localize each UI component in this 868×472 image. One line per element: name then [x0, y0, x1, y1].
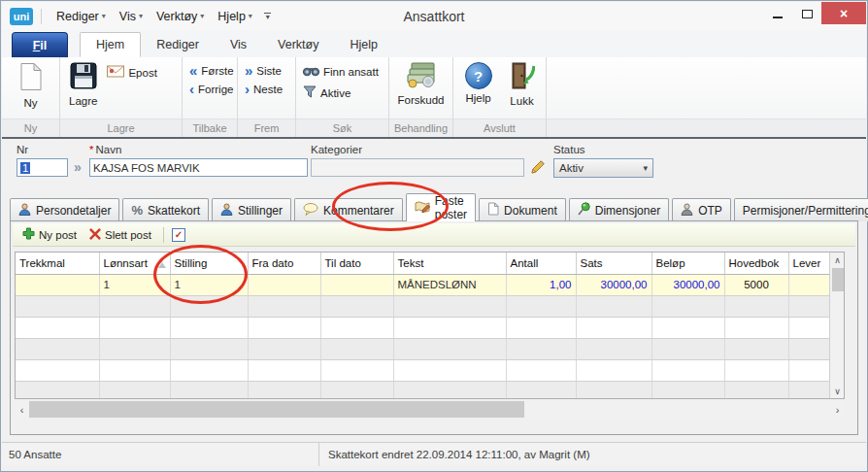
column-header-til-dato[interactable]: Til dato	[320, 253, 393, 274]
grid-header-row: Trekkmal Lønnsart Stilling Fra dato Til …	[16, 253, 829, 274]
table-row-empty[interactable]	[16, 338, 829, 359]
ny-post-button[interactable]: Ny post	[18, 225, 81, 244]
group-label-sok: Søk	[296, 118, 388, 137]
tab-kommentarer[interactable]: Kommentarer	[294, 198, 403, 221]
group-label-frem: Frem	[238, 118, 295, 137]
column-header-tekst[interactable]: Tekst	[393, 253, 506, 274]
tab-otp[interactable]: OTP	[672, 198, 731, 221]
column-header-hovedbok[interactable]: Hovedbok	[724, 253, 788, 274]
ribbon-group-ny: Ny Ny	[2, 57, 60, 137]
window-controls: ×	[763, 2, 866, 27]
forrige-button[interactable]: ‹Forrige	[186, 83, 237, 96]
column-header-stilling[interactable]: Stilling	[170, 253, 248, 274]
tab-hjem[interactable]: Hjem	[80, 32, 141, 57]
neste-button[interactable]: ›Neste	[242, 83, 285, 96]
table-row-empty[interactable]	[16, 295, 829, 317]
epost-button[interactable]: Epost	[104, 64, 159, 81]
tab-faste-poster[interactable]: Faste poster	[406, 193, 476, 221]
last-record-icon: »	[245, 65, 252, 77]
tab-hjelp[interactable]: Hjelp	[334, 32, 393, 57]
save-icon	[70, 62, 97, 92]
tab-dimensjoner[interactable]: Dimensjoner	[569, 198, 669, 221]
validate-checkbox-button[interactable]: ✓	[172, 228, 185, 242]
nr-input[interactable]: 1	[17, 158, 68, 177]
ribbon-group-lagre: Lagre Epost Lagre	[60, 57, 183, 137]
group-label-lagre: Lagre	[60, 118, 182, 137]
siste-button[interactable]: »Siste	[242, 64, 285, 78]
tab-dokument[interactable]: Dokument	[479, 198, 566, 221]
column-header-sats[interactable]: Sats	[576, 253, 651, 274]
expand-nr-icon[interactable]: »	[74, 159, 82, 175]
forskudd-button[interactable]: Forskudd	[393, 60, 450, 118]
statusbar-employee-count: 50 Ansatte	[2, 443, 319, 466]
vertical-scrollbar[interactable]: ∧ ∨	[829, 253, 845, 398]
edit-kategorier-button[interactable]	[530, 158, 547, 178]
ribbon-group-frem: »Siste ›Neste Frem	[238, 57, 296, 137]
table-row-selected[interactable]: 1 1 MÅNEDSLØNN 1,00 30000,00 30000,00 50…	[16, 274, 829, 295]
menu-verktoy[interactable]: Verktøy▾	[150, 6, 211, 27]
aktive-button[interactable]: Aktive	[300, 84, 382, 101]
navn-input[interactable]: KAJSA FOS MARVIK	[89, 158, 308, 177]
chevron-down-icon: ▾	[102, 12, 106, 20]
maximize-button[interactable]	[792, 2, 821, 25]
grid-toolbar: Ny post Slett post ✓	[13, 223, 855, 247]
faste-poster-panel: Ny post Slett post ✓	[10, 220, 858, 435]
horizontal-scrollbar[interactable]: ‹ ›	[15, 401, 845, 418]
table-row-empty[interactable]	[16, 359, 829, 381]
scroll-up-icon[interactable]: ∧	[830, 253, 845, 267]
group-label-ny: Ny	[2, 118, 59, 137]
vertical-scroll-thumb[interactable]	[832, 268, 844, 291]
faste-poster-grid: Trekkmal Lønnsart Stilling Fra dato Til …	[15, 252, 845, 399]
tab-vis[interactable]: Vis	[215, 32, 262, 57]
lagre-button[interactable]: Lagre	[64, 60, 102, 118]
first-record-icon: «	[189, 65, 197, 77]
lukk-button[interactable]: Lukk	[505, 60, 540, 118]
close-icon: ×	[840, 6, 848, 21]
kategorier-input[interactable]	[311, 158, 524, 177]
column-header-antall[interactable]: Antall	[506, 253, 576, 274]
toolbar-separator	[163, 227, 164, 243]
tab-rediger[interactable]: Rediger	[141, 32, 215, 57]
column-header-trekkmal[interactable]: Trekkmal	[16, 253, 99, 274]
status-select[interactable]: Aktiv ▾	[553, 158, 653, 178]
ribbon-filler	[547, 57, 866, 137]
horizontal-scroll-thumb[interactable]	[29, 401, 524, 418]
group-label-avslutt: Avslutt	[453, 118, 546, 137]
tab-skattekort[interactable]: % Skattekort	[122, 198, 209, 221]
scroll-down-icon[interactable]: ∨	[830, 384, 845, 398]
column-header-leverandor[interactable]: Lever	[788, 253, 829, 274]
percent-icon: %	[131, 203, 143, 218]
column-header-belop[interactable]: Beløp	[651, 253, 724, 274]
titlebar: uni Rediger▾ Vis▾ Verktøy▾ Hjelp▾ ▾ Ansa…	[2, 2, 866, 30]
column-header-lonnsart[interactable]: Lønnsart	[99, 253, 170, 274]
column-header-fra-dato[interactable]: Fra dato	[248, 253, 320, 274]
scroll-right-icon[interactable]: ›	[830, 401, 845, 418]
ribbon-group-avslutt: ? Hjelp Lukk Avslutt	[453, 57, 547, 137]
menu-vis[interactable]: Vis▾	[113, 6, 150, 27]
person-icon	[18, 203, 31, 219]
minimize-button[interactable]	[763, 2, 792, 25]
slett-post-button[interactable]: Slett post	[85, 226, 155, 244]
ny-button[interactable]: Ny	[14, 60, 49, 118]
ribbon-group-sok: Finn ansatt Aktive Søk	[296, 57, 389, 137]
finn-ansatt-button[interactable]: Finn ansatt	[300, 64, 382, 80]
menu-rediger[interactable]: Rediger▾	[50, 6, 113, 27]
scroll-left-icon[interactable]: ‹	[15, 401, 29, 418]
tab-stillinger[interactable]: Stillinger	[212, 198, 291, 221]
tab-permisjoner-permitteringer[interactable]: Permisjoner/Permitteringer	[734, 198, 868, 221]
table-row-empty[interactable]	[16, 381, 829, 398]
help-icon: ?	[465, 62, 492, 89]
filter-icon	[303, 85, 317, 100]
tab-persondetaljer[interactable]: Persondetaljer	[10, 198, 119, 221]
forste-button[interactable]: «Første	[186, 64, 237, 78]
ribbon-group-behandling: Forskudd Behandling	[389, 57, 453, 137]
exit-door-icon	[510, 62, 535, 92]
close-button[interactable]: ×	[821, 2, 866, 24]
tab-fil[interactable]: Fil	[12, 32, 68, 57]
hjelp-button[interactable]: ? Hjelp	[460, 60, 497, 118]
tab-verktoy[interactable]: Verktøy	[262, 32, 334, 57]
plus-icon	[22, 227, 35, 242]
pencil-icon	[530, 164, 547, 178]
chevron-down-icon: ▾	[643, 163, 648, 173]
table-row-empty[interactable]	[16, 317, 829, 338]
